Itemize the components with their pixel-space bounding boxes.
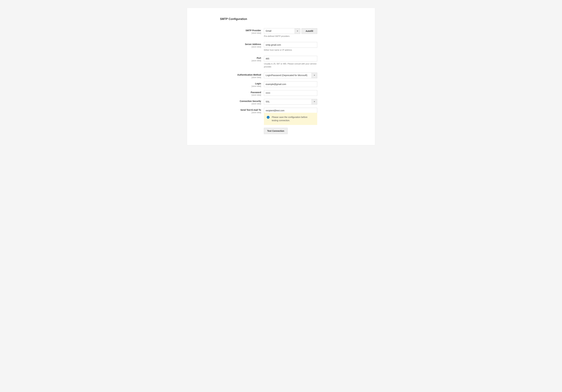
port-input[interactable] — [264, 56, 317, 61]
chevron-down-icon[interactable] — [312, 99, 317, 104]
auth-method-select[interactable]: Login/Password (Deprecated for Microsoft… — [264, 73, 317, 78]
scope-label: [store view] — [203, 85, 261, 87]
smtp-config-panel: SMTP Configuration SMTP Provider [store … — [187, 8, 375, 145]
label-test-email: Send Test E-mail To — [203, 109, 261, 111]
help-port: Usually is 25, 587 or 465. Please consul… — [264, 62, 317, 68]
connection-security-value: SSL — [264, 99, 312, 104]
scope-label: [store view] — [203, 60, 261, 62]
auth-method-value: Login/Password (Deprecated for Microsoft… — [264, 73, 312, 78]
smtp-provider-value: Gmail — [264, 28, 295, 34]
row-server-address: Server Address [store view] Either host … — [203, 42, 359, 51]
login-input[interactable] — [264, 81, 317, 87]
label-connection-security: Connection Security — [203, 100, 261, 102]
autofill-button[interactable]: Autofill — [302, 28, 317, 34]
scope-label: [store view] — [203, 32, 261, 34]
section-title: SMTP Configuration — [220, 17, 359, 21]
row-login: Login [store view] — [203, 81, 359, 87]
row-password: Password [store view] — [203, 90, 359, 96]
test-email-input[interactable] — [264, 108, 317, 113]
scope-label: [store view] — [203, 46, 261, 48]
notice-text: Please save the configuration before tes… — [272, 115, 314, 122]
server-address-input[interactable] — [264, 42, 317, 48]
label-login: Login — [203, 82, 261, 85]
info-icon: i — [267, 116, 269, 119]
chevron-down-icon[interactable] — [312, 73, 317, 78]
password-input[interactable] — [264, 90, 317, 96]
scope-label: [store view] — [203, 76, 261, 79]
test-connection-button[interactable]: Test Connection — [264, 128, 288, 134]
help-smtp-provider: Pre-defined SMTP providers — [264, 35, 317, 38]
notice-box: i Please save the configuration before t… — [264, 113, 317, 125]
label-port: Port — [203, 57, 261, 59]
label-auth-method: Authentication Method — [203, 74, 261, 76]
label-password: Password — [203, 91, 261, 94]
row-smtp-provider: SMTP Provider [store view] Gmail Autofil… — [203, 28, 359, 38]
row-port: Port [store view] Usually is 25, 587 or … — [203, 56, 359, 68]
row-test-button: Test Connection — [203, 128, 359, 134]
help-server-address: Either host name or IP address — [264, 49, 317, 51]
scope-label: [store view] — [203, 103, 261, 105]
label-smtp-provider: SMTP Provider — [203, 29, 261, 32]
smtp-provider-select[interactable]: Gmail — [264, 28, 300, 34]
row-auth-method: Authentication Method [store view] Login… — [203, 73, 359, 79]
connection-security-select[interactable]: SSL — [264, 99, 317, 104]
chevron-down-icon[interactable] — [295, 28, 300, 34]
row-notice: i Please save the configuration before t… — [203, 113, 359, 125]
row-connection-security: Connection Security [store view] SSL — [203, 99, 359, 105]
label-server-address: Server Address — [203, 43, 261, 46]
scope-label: [store view] — [203, 94, 261, 96]
